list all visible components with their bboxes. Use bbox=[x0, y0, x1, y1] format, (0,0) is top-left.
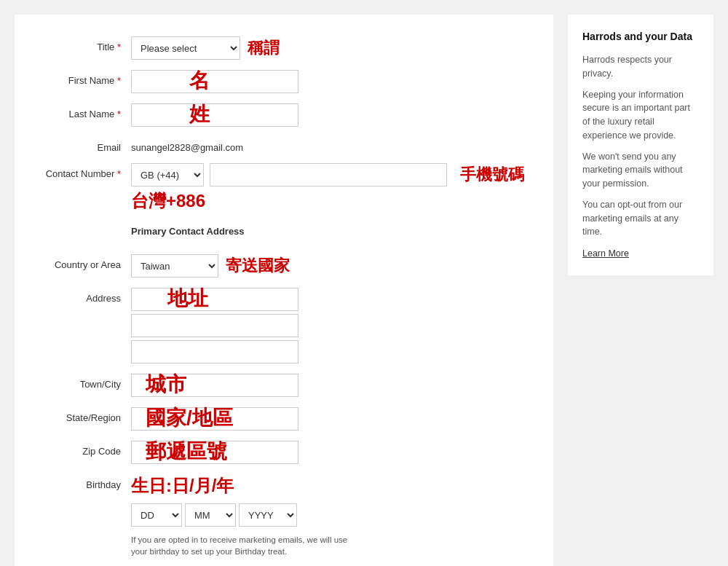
title-label: Title * bbox=[44, 36, 131, 52]
town-label: Town/City bbox=[44, 374, 131, 390]
state-control: 國家/地區 bbox=[131, 407, 524, 431]
birthday-mm-select[interactable]: MM bbox=[185, 503, 236, 527]
primary-contact-section: Primary Contact Address bbox=[44, 223, 524, 244]
sidebar-p1: Harrods respects your privacy. bbox=[582, 53, 699, 81]
town-annotation: 城市 bbox=[146, 371, 186, 398]
birthday-control: 生日:日/月/年 DD MM YYYY If you are opted in … bbox=[131, 474, 524, 557]
town-row: Town/City 城市 bbox=[44, 374, 524, 397]
first-name-control: 名 bbox=[131, 70, 524, 93]
page-container: Title * Please select Mr Mrs Miss Ms Dr … bbox=[15, 15, 713, 566]
town-control: 城市 bbox=[131, 374, 524, 397]
state-row: State/Region 國家/地區 bbox=[44, 407, 524, 431]
email-row: Email sunangel2828@gmail.com bbox=[44, 137, 524, 153]
first-name-label: First Name * bbox=[44, 70, 131, 86]
country-select[interactable]: Taiwan United Kingdom United States Chin… bbox=[131, 254, 218, 278]
birthday-label: Birthday bbox=[44, 474, 131, 490]
primary-contact-title: Primary Contact Address bbox=[131, 226, 524, 237]
contact-number-row: Contact Number * GB (+44) TW (+886) US (… bbox=[44, 163, 524, 213]
last-name-row: Last Name * 姓 bbox=[44, 103, 524, 127]
last-name-input[interactable] bbox=[131, 103, 298, 127]
email-label: Email bbox=[44, 137, 131, 153]
zip-control: 郵遞區號 bbox=[131, 441, 524, 464]
learn-more-link[interactable]: Learn More bbox=[582, 248, 629, 259]
first-name-annotation: 名 bbox=[189, 67, 210, 95]
address-input-1[interactable] bbox=[131, 288, 298, 311]
birthday-yyyy-select[interactable]: YYYY bbox=[239, 503, 297, 527]
title-control-wrap: Please select Mr Mrs Miss Ms Dr 稱謂 bbox=[131, 36, 524, 60]
title-annotation: 稱謂 bbox=[248, 37, 280, 59]
title-row: Title * Please select Mr Mrs Miss Ms Dr … bbox=[44, 36, 524, 60]
country-row: Country or Area Taiwan United Kingdom Un… bbox=[44, 254, 524, 278]
phone-input[interactable] bbox=[210, 163, 447, 186]
birthday-dd-select[interactable]: DD bbox=[131, 503, 182, 527]
phone-annotation: 手機號碼 bbox=[460, 164, 524, 186]
taiwan-annotation: 台灣+886 bbox=[131, 191, 205, 211]
birthday-row: Birthday 生日:日/月/年 DD MM YYYY If you are … bbox=[44, 474, 524, 557]
contact-number-control: GB (+44) TW (+886) US (+1) CN (+86) 手機號碼… bbox=[131, 163, 524, 213]
country-label: Country or Area bbox=[44, 254, 131, 270]
email-control: sunangel2828@gmail.com bbox=[131, 137, 524, 153]
address-input-2[interactable] bbox=[131, 314, 298, 337]
zip-annotation: 郵遞區號 bbox=[146, 438, 227, 465]
sidebar-p4: You can opt-out from our marketing email… bbox=[582, 198, 699, 239]
last-name-control: 姓 bbox=[131, 103, 524, 127]
email-value: sunangel2828@gmail.com bbox=[131, 137, 524, 153]
last-name-label: Last Name * bbox=[44, 103, 131, 119]
address-annotation: 地址 bbox=[167, 285, 208, 313]
state-label: State/Region bbox=[44, 407, 131, 423]
birthday-note: If you are opted in to receive marketing… bbox=[131, 534, 349, 557]
birthday-annotation: 生日:日/月/年 bbox=[131, 474, 524, 498]
last-name-annotation: 姓 bbox=[189, 101, 210, 128]
sidebar-p3: We won't send you any marketing emails w… bbox=[582, 150, 699, 191]
address-row: Address 地址 bbox=[44, 288, 524, 363]
zip-label: Zip Code bbox=[44, 441, 131, 457]
title-inline: Please select Mr Mrs Miss Ms Dr 稱謂 bbox=[131, 36, 524, 60]
country-code-select[interactable]: GB (+44) TW (+886) US (+1) CN (+86) bbox=[131, 163, 204, 186]
contact-number-label: Contact Number * bbox=[44, 163, 131, 179]
country-annotation: 寄送國家 bbox=[226, 255, 290, 277]
first-name-input[interactable] bbox=[131, 70, 298, 93]
title-select[interactable]: Please select Mr Mrs Miss Ms Dr bbox=[131, 36, 240, 60]
sidebar-p2: Keeping your information secure is an im… bbox=[582, 88, 699, 143]
sidebar-title: Harrods and your Data bbox=[582, 29, 699, 44]
first-name-row: First Name * 名 bbox=[44, 70, 524, 93]
zip-row: Zip Code 郵遞區號 bbox=[44, 441, 524, 464]
address-control: 地址 bbox=[131, 288, 524, 363]
address-input-3[interactable] bbox=[131, 340, 298, 363]
form-panel: Title * Please select Mr Mrs Miss Ms Dr … bbox=[15, 15, 553, 566]
sidebar-panel: Harrods and your Data Harrods respects y… bbox=[568, 15, 713, 275]
state-annotation: 國家/地區 bbox=[146, 404, 233, 432]
address-label: Address bbox=[44, 288, 131, 304]
country-control: Taiwan United Kingdom United States Chin… bbox=[131, 254, 524, 278]
